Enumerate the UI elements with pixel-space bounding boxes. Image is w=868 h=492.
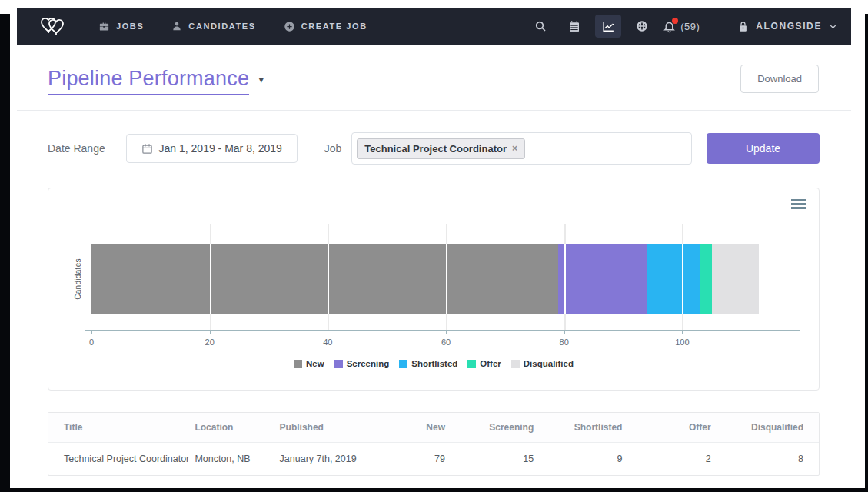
table-cell: 79 [376,443,445,476]
bar-segment-screening[interactable] [558,244,647,314]
legend-swatch [399,360,407,368]
date-range-input[interactable]: Jan 1, 2019 - Mar 8, 2019 [126,134,298,163]
legend-label: New [306,359,324,368]
nav-item-label: CANDIDATES [188,22,255,31]
date-range-label: Date Range [48,142,105,155]
page-header: Pipeline Performance▾ Download [17,45,851,110]
tick-mark [446,331,447,334]
page-title-text: Pipeline Performance [48,67,249,95]
column-header-shortlisted: Shortlisted [534,413,622,443]
tick-mark [564,331,565,334]
globe-button[interactable] [629,15,655,38]
app-window: JOBS CANDIDATES CREATE JOB [17,8,851,476]
results-table-panel: TitleLocationPublishedNewScreeningShortl… [48,412,820,476]
gridline [682,224,683,330]
hearts-logo-icon [37,14,68,38]
legend-item-disqualified[interactable]: Disqualified [511,359,574,368]
job-tag-text: Technical Project Coordinator [364,143,507,155]
chart-legend: NewScreeningShortlistedOfferDisqualified [48,359,819,368]
legend-swatch [334,360,343,368]
title-caret-icon[interactable]: ▾ [258,73,264,85]
table-cell: 2 [622,443,710,476]
date-range-value: Jan 1, 2019 - Mar 8, 2019 [159,142,282,155]
lock-icon [737,21,749,32]
update-button[interactable]: Update [707,133,820,164]
calendar-icon [568,20,580,32]
bell-wrap [663,20,676,33]
chart-plot-area [91,224,800,330]
chart-menu-button[interactable] [791,199,806,211]
nav-item-candidates[interactable]: CANDIDATES [171,21,255,32]
account-menu[interactable]: ALONGSIDE [737,21,837,32]
tick-label: 60 [441,337,451,347]
job-select-input[interactable]: Technical Project Coordinator × [351,132,692,165]
legend-swatch [511,360,520,368]
table-cell: Technical Project Coordinator [48,443,195,476]
table-cell: 9 [534,443,622,476]
download-button[interactable]: Download [740,65,819,93]
calendar-button[interactable] [561,15,587,38]
tick-label: 20 [205,337,215,347]
table-cell: Moncton, NB [195,443,279,476]
column-header-screening: Screening [445,413,534,443]
legend-item-offer[interactable]: Offer [467,359,501,368]
table-row[interactable]: Technical Project CoordinatorMoncton, NB… [48,443,819,476]
reports-button[interactable] [595,15,621,38]
column-header-published: Published [280,413,376,443]
briefcase-icon [98,21,110,32]
frame-left [0,14,10,492]
notifications-button[interactable]: (59) [663,15,700,38]
bar-segment-shortlisted[interactable] [647,244,700,314]
gridline [328,224,329,330]
table-header-row: TitleLocationPublishedNewScreeningShortl… [48,413,819,443]
legend-label: Offer [480,359,501,368]
nav-item-jobs[interactable]: JOBS [98,21,144,32]
tick-mark [682,331,683,334]
chart-ylabel: Candidates [74,258,82,300]
notification-count: (59) [680,21,700,32]
tick-label: 80 [560,337,569,347]
gridline [210,224,211,330]
tick-mark [328,331,328,334]
bar-segment-new[interactable] [91,244,558,314]
bar-segment-offer[interactable] [700,244,711,314]
filter-bar: Date Range Jan 1, 2019 - Mar 8, 2019 Job… [17,111,851,184]
chevron-down-icon [829,22,837,31]
search-button[interactable] [527,15,554,38]
results-table: TitleLocationPublishedNewScreeningShortl… [48,413,819,475]
column-header-title: Title [48,413,195,443]
top-navbar: JOBS CANDIDATES CREATE JOB [17,8,851,45]
account-name: ALONGSIDE [756,21,822,32]
table-cell: 15 [445,443,534,476]
column-header-new: New [376,413,445,443]
chart-line-icon [602,20,615,33]
column-header-offer: Offer [622,413,710,443]
notification-dot [672,18,678,24]
legend-label: Disqualified [524,359,574,368]
remove-tag-icon[interactable]: × [512,143,517,154]
column-header-location: Location [195,413,279,443]
tick-label: 0 [89,337,94,347]
job-label: Job [324,142,342,155]
frame-bottom [0,488,868,492]
navbar-right: (59) ALONGSIDE [520,8,837,45]
nav-item-label: CREATE JOB [301,22,367,31]
navbar-divider [720,8,720,45]
job-tag-chip: Technical Project Coordinator × [357,138,525,159]
table-cell: January 7th, 2019 [280,443,376,476]
x-axis-line [85,330,800,331]
gridline [446,224,447,330]
alongside-logo[interactable] [37,14,68,38]
bar-segment-disqualified[interactable] [712,244,759,314]
legend-item-new[interactable]: New [294,359,324,368]
legend-swatch [467,360,476,368]
legend-item-shortlisted[interactable]: Shortlisted [399,359,457,368]
nav-item-create-job[interactable]: CREATE JOB [284,21,367,32]
legend-label: Screening [347,359,390,368]
tick-mark [210,331,211,334]
legend-label: Shortlisted [411,359,457,368]
table-cell: 8 [711,443,819,476]
page-title[interactable]: Pipeline Performance▾ [48,67,264,91]
legend-item-screening[interactable]: Screening [334,359,390,368]
column-header-disqualified: Disqualified [711,413,819,443]
